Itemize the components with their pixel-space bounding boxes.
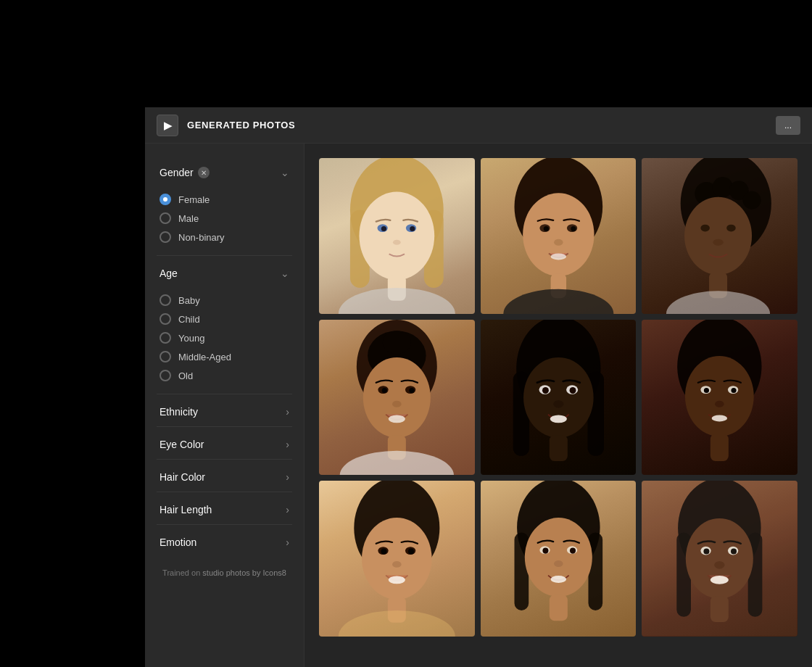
hair-color-chevron-icon: › — [286, 471, 289, 483]
age-radio-child[interactable] — [160, 313, 171, 325]
gender-option-male[interactable]: Male — [160, 209, 289, 228]
svg-point-62 — [715, 400, 724, 407]
eye-color-chevron-icon: › — [286, 439, 289, 450]
filter-section-eye-color: Eye Color › — [157, 430, 292, 460]
filter-header-emotion[interactable]: Emotion › — [157, 528, 292, 557]
filter-header-eye-color[interactable]: Eye Color › — [157, 430, 292, 459]
age-option-young[interactable]: Young — [160, 328, 289, 347]
filter-header-ethnicity[interactable]: Ethnicity › — [157, 397, 292, 426]
svg-rect-54 — [549, 435, 567, 461]
svg-point-61 — [712, 415, 727, 421]
svg-point-17 — [550, 253, 566, 260]
age-radio-old[interactable] — [160, 370, 171, 381]
svg-point-10 — [339, 288, 455, 314]
svg-point-31 — [666, 291, 770, 313]
gender-radio-male[interactable] — [160, 212, 171, 224]
hair-color-label: Hair Color — [160, 471, 205, 483]
main-content: Gender ✕ ⌄ Female Male — [145, 144, 812, 667]
age-old-label: Old — [178, 370, 193, 381]
trained-on-link[interactable]: studio photos by Icons8 — [202, 568, 286, 577]
svg-point-39 — [409, 388, 414, 393]
filter-section-hair-color: Hair Color › — [157, 463, 292, 492]
svg-point-70 — [389, 576, 405, 584]
gender-clear-badge[interactable]: ✕ — [198, 167, 210, 178]
filter-section-age: Age ⌄ Baby Child Young — [157, 259, 292, 394]
svg-point-81 — [570, 548, 576, 554]
svg-point-71 — [392, 561, 402, 568]
svg-point-38 — [382, 388, 387, 393]
age-option-baby[interactable]: Baby — [160, 291, 289, 310]
svg-rect-96 — [642, 481, 798, 637]
photo-card-5[interactable] — [481, 320, 637, 476]
gender-nonbinary-label: Non-binary — [178, 232, 225, 243]
svg-point-52 — [550, 415, 566, 423]
hair-length-chevron-icon: › — [286, 504, 289, 515]
filter-panel: Gender ✕ ⌄ Female Male — [145, 144, 304, 667]
svg-point-26 — [684, 197, 752, 275]
photo-card-7[interactable] — [319, 481, 475, 637]
eye-color-label: Eye Color — [160, 439, 204, 450]
gender-male-label: Male — [178, 213, 199, 224]
photo-card-9[interactable] — [642, 481, 798, 637]
svg-point-60 — [732, 388, 737, 393]
svg-point-27 — [701, 225, 710, 232]
filter-section-ethnicity: Ethnicity › — [157, 397, 292, 427]
app-logo: ▶ — [157, 115, 178, 136]
age-child-label: Child — [178, 314, 200, 325]
age-option-middle-aged[interactable]: Middle-Aged — [160, 347, 289, 366]
svg-point-6 — [381, 226, 386, 231]
gender-chevron-icon: ⌄ — [281, 167, 289, 178]
svg-rect-76 — [588, 533, 602, 610]
gender-option-nonbinary[interactable]: Non-binary — [160, 228, 289, 246]
svg-point-29 — [713, 239, 724, 246]
emotion-chevron-icon: › — [286, 536, 289, 548]
header-action-button[interactable]: ... — [776, 116, 800, 135]
gender-option-female[interactable]: Female — [160, 190, 289, 209]
svg-point-53 — [553, 400, 563, 408]
svg-point-80 — [542, 548, 548, 554]
svg-point-41 — [392, 400, 402, 407]
photo-card-6[interactable] — [642, 320, 798, 476]
svg-point-43 — [340, 450, 454, 475]
gender-radio-nonbinary[interactable] — [160, 231, 171, 243]
age-middle-aged-label: Middle-Aged — [178, 352, 231, 362]
age-radio-young[interactable] — [160, 332, 171, 344]
filter-title-group-gender: Gender ✕ — [160, 167, 210, 178]
age-options: Baby Child Young Middle-Aged — [157, 288, 292, 394]
svg-point-20 — [503, 289, 613, 314]
svg-point-18 — [554, 239, 563, 246]
age-option-old[interactable]: Old — [160, 366, 289, 385]
svg-rect-75 — [514, 533, 529, 610]
photo-card-8[interactable] — [481, 481, 637, 637]
filter-header-age[interactable]: Age ⌄ — [157, 259, 292, 288]
photo-card-4[interactable] — [319, 320, 475, 476]
svg-point-51 — [569, 387, 576, 394]
svg-point-35 — [363, 357, 431, 438]
svg-point-83 — [554, 560, 563, 567]
hair-length-label: Hair Length — [160, 504, 212, 515]
header-actions: ... — [776, 116, 800, 135]
svg-point-34 — [383, 331, 411, 354]
age-label: Age — [160, 268, 178, 279]
ethnicity-label: Ethnicity — [160, 406, 198, 418]
svg-point-77 — [524, 518, 592, 597]
photo-card-3[interactable] — [642, 158, 798, 314]
header: ▶ GENERATED PHOTOS ... — [145, 107, 812, 144]
ethnicity-chevron-icon: › — [286, 406, 289, 418]
filter-section-emotion: Emotion › — [157, 528, 292, 557]
svg-rect-84 — [549, 595, 567, 621]
age-radio-baby[interactable] — [160, 294, 171, 306]
gender-radio-female[interactable] — [160, 194, 171, 205]
filter-header-gender[interactable]: Gender ✕ ⌄ — [157, 158, 292, 187]
svg-point-12 — [523, 193, 594, 276]
photo-card-1[interactable] — [319, 158, 475, 314]
filter-section-gender: Gender ✕ ⌄ Female Male — [157, 158, 292, 256]
svg-point-65 — [362, 518, 432, 600]
svg-point-50 — [542, 387, 549, 394]
photo-card-2[interactable] — [481, 158, 637, 314]
photos-grid — [319, 158, 798, 637]
age-radio-middle-aged[interactable] — [160, 351, 171, 362]
age-option-child[interactable]: Child — [160, 310, 289, 328]
filter-header-hair-color[interactable]: Hair Color › — [157, 463, 292, 492]
filter-header-hair-length[interactable]: Hair Length › — [157, 495, 292, 524]
